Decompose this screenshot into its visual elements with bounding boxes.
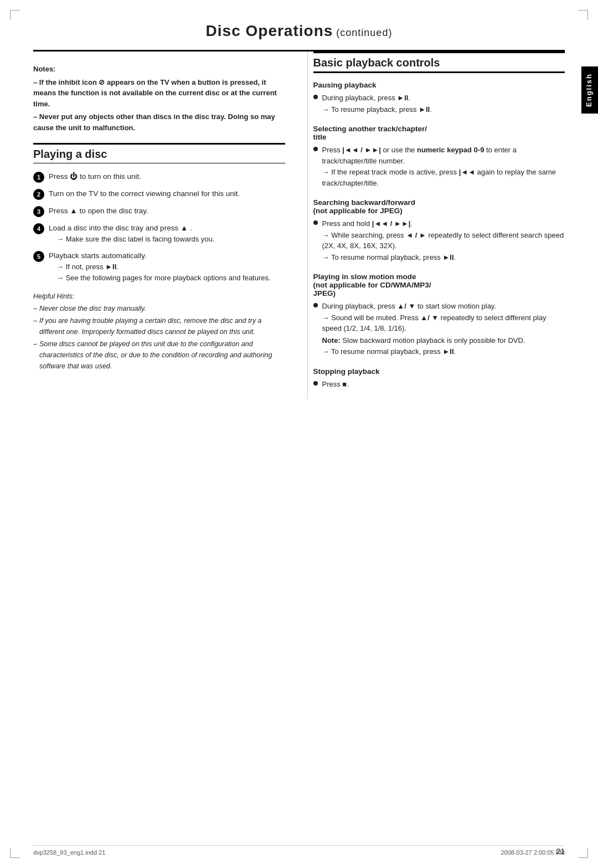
searching-section: Searching backward/forward(not applicabl… (313, 198, 565, 263)
footer-left: dvp3258_93_eng1.indd 21 (33, 849, 105, 856)
selecting-note: If the repeat track mode is active, pres… (322, 167, 565, 188)
step-3-content: Press ▲ to open the disc tray. (49, 206, 285, 217)
step-num-3: 3 (33, 206, 44, 217)
pausing-title: Pausing playback (313, 81, 565, 89)
step-num-5: 5 (33, 251, 44, 262)
right-column: Basic playback controls Pausing playback… (307, 52, 565, 399)
slow-motion-title: Playing in slow motion mode(not applicab… (313, 273, 565, 297)
page-number: 21 (556, 847, 565, 856)
corner-mark-tr (578, 10, 588, 20)
bullet-dot-searching (313, 220, 318, 225)
step-num-4: 4 (33, 223, 44, 234)
hint-dash-3: – (33, 338, 37, 350)
hints-title: Helpful Hints: (33, 291, 285, 302)
notes-section: Notes: – If the inhibit icon ⊘ appears o… (33, 64, 285, 133)
slow-note-3: To resume normal playback, press ►II. (322, 346, 565, 357)
searching-note-1: While searching, press ◄ / ► repeatedly … (322, 230, 565, 251)
hint-3: – Some discs cannot be played on this un… (33, 338, 285, 372)
pausing-note: To resume playback, press ►II. (322, 104, 565, 115)
step-5-note-2: See the following pages for more playbac… (49, 273, 285, 284)
step-1: 1 Press ⏻ to turn on this unit. (33, 171, 285, 183)
selecting-section: Selecting another track/chapter/title Pr… (313, 125, 565, 188)
slow-motion-content: During playback, press ▲/ ▼ to start slo… (322, 301, 565, 357)
hint-dash-2: – (33, 315, 37, 326)
bullet-dot-slow (313, 303, 318, 307)
corner-mark-br (578, 848, 588, 858)
basic-playback-title: Basic playback controls (313, 57, 565, 69)
searching-content: Press and hold |◄◄ / ►►|. While searchin… (322, 218, 565, 263)
page-footer: dvp3258_93_eng1.indd 21 2008-03-27 2:00:… (33, 845, 565, 856)
pausing-bullet: During playback, press ►II. To resume pl… (313, 93, 565, 115)
note-item-1: – If the inhibit icon ⊘ appears on the T… (33, 77, 285, 110)
pausing-content: During playback, press ►II. To resume pl… (322, 93, 565, 115)
title-text: Disc Operations (206, 22, 333, 39)
hint-text-1: Never close the disc tray manually. (39, 303, 146, 314)
searching-title: Searching backward/forward(not applicabl… (313, 198, 565, 215)
step-num-2: 2 (33, 189, 44, 200)
playing-disc-heading: Playing a disc (33, 143, 285, 163)
stopping-title: Stopping playback (313, 367, 565, 376)
slow-motion-section: Playing in slow motion mode(not applicab… (313, 273, 565, 357)
helpful-hints: Helpful Hints: – Never close the disc tr… (33, 291, 285, 372)
content-area: Notes: – If the inhibit icon ⊘ appears o… (0, 52, 598, 399)
steps-list: 1 Press ⏻ to turn on this unit. 2 Turn o… (33, 171, 285, 283)
step-5-content: Playback starts automatically. If not, p… (49, 250, 285, 283)
hint-dash-1: – (33, 303, 37, 314)
slow-note-1: Sound will be muted. Press ▲/ ▼ repeated… (322, 312, 565, 334)
selecting-content: Press |◄◄ / ►►| or use the numeric keypa… (322, 145, 565, 188)
bullet-dot-pausing (313, 95, 318, 99)
title-suffix: (continued) (333, 27, 392, 38)
step-5-note-1: If not, press ►II. (49, 261, 285, 273)
stopping-section: Stopping playback Press ■. (313, 367, 565, 390)
step-4: 4 Load a disc into the disc tray and pre… (33, 223, 285, 245)
stopping-content: Press ■. (322, 379, 565, 390)
corner-mark-bl (10, 848, 20, 858)
selecting-bullet: Press |◄◄ / ►►| or use the numeric keypa… (313, 145, 565, 188)
step-4-content: Load a disc into the disc tray and press… (49, 223, 285, 245)
step-5: 5 Playback starts automatically. If not,… (33, 250, 285, 283)
page-container: English Disc Operations (continued) Note… (0, 0, 598, 868)
bullet-dot-selecting (313, 147, 318, 151)
hint-2: – If you are having trouble playing a ce… (33, 315, 285, 337)
basic-playback-heading: Basic playback controls (313, 52, 565, 73)
step-4-note: Make sure the disc label is facing towar… (49, 234, 285, 245)
step-1-content: Press ⏻ to turn on this unit. (49, 171, 285, 182)
bullet-dot-stopping (313, 381, 318, 386)
step-2-content: Turn on the TV to the correct viewing ch… (49, 188, 285, 199)
playing-disc-title: Playing a disc (33, 148, 285, 161)
step-3: 3 Press ▲ to open the disc tray. (33, 206, 285, 217)
stopping-bullet: Press ■. (313, 379, 565, 390)
footer-right: 2008-03-27 2:00:05 PM (501, 849, 565, 856)
step-num-1: 1 (33, 172, 44, 183)
pausing-section: Pausing playback During playback, press … (313, 81, 565, 115)
hint-1: – Never close the disc tray manually. (33, 303, 285, 314)
selecting-title: Selecting another track/chapter/title (313, 125, 565, 141)
slow-motion-bullet: During playback, press ▲/ ▼ to start slo… (313, 301, 565, 357)
left-column: Notes: – If the inhibit icon ⊘ appears o… (33, 52, 291, 399)
note-item-2: – Never put any objects other than discs… (33, 111, 285, 133)
notes-title: Notes: (33, 64, 285, 75)
searching-note-2: To resume normal playback, press ►II. (322, 252, 565, 263)
slow-note-2: Note: Slow backward motion playback is o… (322, 335, 565, 346)
english-tab: English (581, 66, 598, 114)
corner-mark-tl (10, 10, 20, 20)
step-2: 2 Turn on the TV to the correct viewing … (33, 188, 285, 200)
searching-bullet: Press and hold |◄◄ / ►►|. While searchin… (313, 218, 565, 263)
hint-text-2: If you are having trouble playing a cert… (39, 315, 285, 337)
page-title: Disc Operations (continued) (33, 17, 565, 52)
hint-text-3: Some discs cannot be played on this unit… (39, 338, 285, 372)
